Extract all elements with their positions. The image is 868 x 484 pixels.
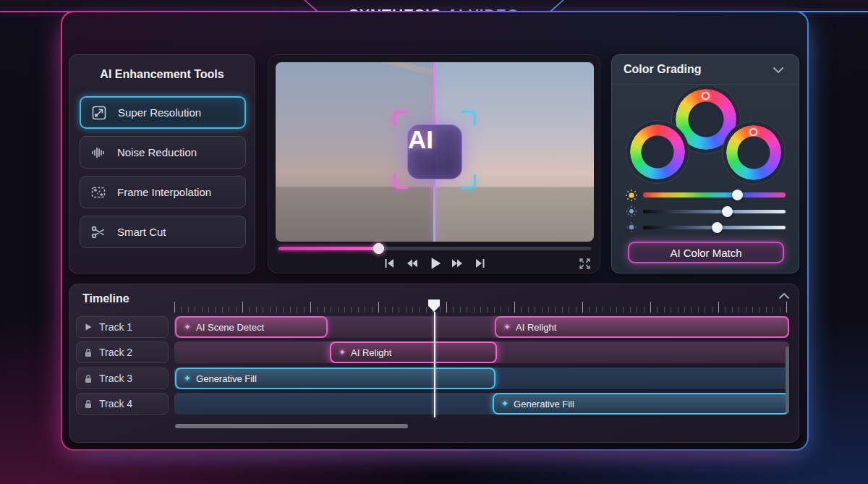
- timeline-panel: Timeline Track 1 Track 2 Track 3 Track 4…: [69, 284, 799, 443]
- frame-interpolation-icon: [89, 183, 108, 202]
- lock-icon: [84, 399, 93, 409]
- brightness-slider-handle[interactable]: [722, 206, 733, 217]
- clip-generative-fill-track4[interactable]: ✦ Generative Fill: [493, 393, 789, 415]
- playhead-line: [434, 312, 435, 417]
- track-header-3[interactable]: Track 3: [76, 368, 169, 389]
- contrast-slider-handle[interactable]: [712, 222, 723, 233]
- sparkle-icon: ✦: [339, 347, 346, 357]
- play-icon: [84, 323, 93, 331]
- timeline-title: Timeline: [82, 292, 129, 305]
- clip-label: AI Scene Detect: [196, 322, 264, 333]
- super-resolution-icon: [90, 103, 109, 122]
- tool-button-label: Super Resolution: [118, 106, 201, 119]
- video-preview[interactable]: AI: [276, 62, 594, 242]
- wheel-indicator[interactable]: [749, 128, 757, 136]
- track-label: Track 4: [99, 398, 132, 409]
- track-label: Track 2: [99, 347, 132, 358]
- track-label: Track 1: [99, 321, 132, 333]
- tool-button-label: Frame Interpolation: [117, 186, 211, 198]
- lock-icon: [84, 374, 93, 383]
- track-lane-4[interactable]: ✦ Generative Fill: [174, 393, 789, 415]
- focus-bracket-icon: [393, 111, 408, 125]
- ai-color-match-button[interactable]: AI Color Match: [628, 242, 784, 263]
- brightness-icon: [625, 205, 638, 218]
- ai-badge: AI: [407, 124, 462, 179]
- hue-sun-icon: [624, 188, 639, 203]
- clip-label: Generative Fill: [514, 399, 574, 409]
- tool-button-noise-reduction[interactable]: Noise Reduction: [80, 136, 246, 169]
- track-header-1[interactable]: Track 1: [76, 316, 169, 338]
- tool-button-super-resolution[interactable]: Super Resolution: [80, 96, 246, 129]
- clip-generative-fill-track3[interactable]: ✦ Generative Fill: [175, 368, 495, 389]
- clip-label: AI Relight: [516, 322, 556, 333]
- color-grading-title: Color Grading: [624, 63, 702, 76]
- video-preview-panel: AI: [268, 54, 600, 273]
- waveform-icon: [89, 143, 108, 162]
- fullscreen-button[interactable]: [576, 255, 592, 271]
- track-header-2[interactable]: Track 2: [76, 341, 169, 363]
- lock-icon: [84, 348, 93, 357]
- seek-bar[interactable]: [278, 247, 591, 250]
- tools-panel-title: AI Enhancement Tools: [69, 68, 255, 81]
- focus-bracket-icon: [461, 174, 476, 189]
- clip-ai-scene-detect[interactable]: ✦ AI Scene Detect: [175, 316, 328, 338]
- tool-button-smart-cut[interactable]: Smart Cut: [80, 216, 246, 248]
- track-label: Track 3: [99, 373, 132, 384]
- rewind-button[interactable]: [404, 255, 420, 271]
- tool-button-label: Smart Cut: [117, 226, 166, 238]
- contrast-icon: [625, 221, 638, 234]
- ai-badge-label: AI: [408, 125, 433, 154]
- clip-label: Generative Fill: [196, 373, 257, 384]
- seek-bar-fill: [278, 247, 378, 250]
- sparkle-icon: ✦: [184, 322, 191, 332]
- sparkle-icon: ✦: [503, 322, 511, 332]
- color-grading-panel: Color Grading: [611, 54, 799, 273]
- track-header-4[interactable]: Track 4: [76, 393, 169, 415]
- track-lane-2[interactable]: ✦ AI Relight: [174, 341, 789, 363]
- skip-end-button[interactable]: [472, 255, 488, 271]
- fast-forward-button[interactable]: [450, 255, 466, 271]
- wheel-indicator[interactable]: [702, 92, 710, 100]
- focus-bracket-icon: [393, 174, 408, 189]
- sparkle-icon: ✦: [184, 373, 191, 383]
- horizontal-scrollbar[interactable]: [175, 424, 408, 428]
- play-button[interactable]: [427, 255, 443, 271]
- tool-button-frame-interpolation[interactable]: Frame Interpolation: [80, 176, 246, 208]
- skip-start-button[interactable]: [381, 255, 397, 271]
- focus-bracket-icon: [461, 111, 476, 125]
- hue-slider[interactable]: [643, 192, 786, 198]
- tool-button-label: Noise Reduction: [117, 146, 197, 158]
- scissors-icon: [89, 223, 108, 242]
- chevron-up-icon[interactable]: [778, 292, 790, 300]
- seek-handle[interactable]: [373, 243, 384, 254]
- clip-ai-relight-track2[interactable]: ✦ AI Relight: [330, 341, 497, 363]
- track-lane-3[interactable]: ✦ Generative Fill: [174, 368, 789, 389]
- clip-label: AI Relight: [351, 347, 391, 358]
- highlights-wheel[interactable]: [726, 125, 781, 180]
- tools-panel: AI Enhancement Tools Super Resolution No…: [69, 54, 255, 273]
- timeline-ruler[interactable]: [174, 302, 789, 313]
- brightness-slider[interactable]: [643, 210, 786, 213]
- track-lane-1[interactable]: ✦ AI Scene Detect ✦ AI Relight: [174, 316, 789, 338]
- clip-ai-relight-track1[interactable]: ✦ AI Relight: [495, 316, 789, 338]
- hue-slider-handle[interactable]: [732, 190, 743, 200]
- chevron-down-icon[interactable]: [773, 66, 784, 75]
- contrast-slider[interactable]: [643, 226, 786, 229]
- sparkle-icon: ✦: [501, 399, 509, 409]
- vertical-scrollbar[interactable]: [786, 347, 789, 413]
- app-root: SYNTHESIS AI VIDEO AI Enhancement Tools …: [0, 0, 868, 484]
- shadows-wheel[interactable]: [630, 124, 685, 179]
